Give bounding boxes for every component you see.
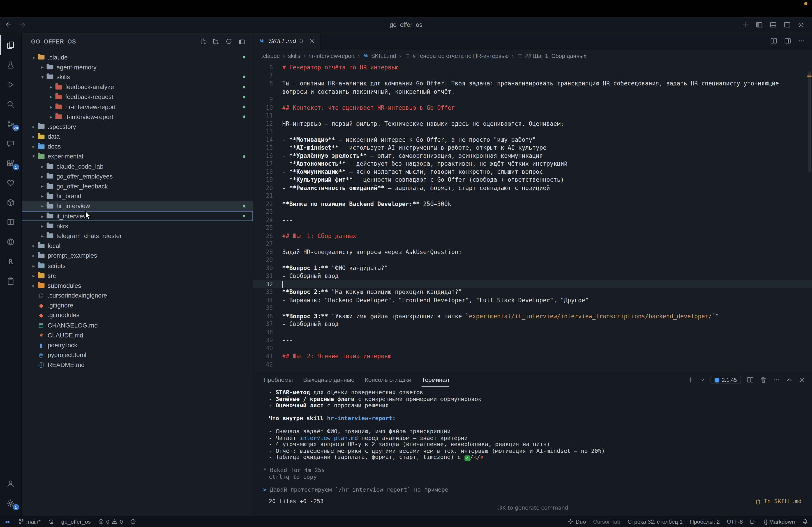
code-line-7[interactable]: 7: [253, 72, 812, 80]
activity-containers[interactable]: [0, 193, 21, 212]
tree-item-CLAUDE.md[interactable]: ∗CLAUDE.md: [21, 330, 252, 340]
chevron-up-icon[interactable]: [786, 376, 793, 383]
tree-item-claude_code_lab[interactable]: ▸claude_code_lab: [21, 161, 252, 171]
plus-icon[interactable]: [742, 21, 749, 28]
tree-item-go_offer_employees[interactable]: ▸go_offer_employees: [21, 171, 252, 181]
split-icon[interactable]: [770, 37, 777, 44]
code-line-14[interactable]: 14- **Мотивацию** — искренний интерес к …: [253, 136, 812, 144]
code-line-41[interactable]: 41## Шаг 2: Чтение плана интервью: [253, 352, 812, 361]
ellipsis-icon[interactable]: [773, 376, 780, 383]
tab-skill-md[interactable]: M↓ SKILL.md U: [253, 33, 321, 49]
activity-source-control[interactable]: 20: [0, 114, 21, 133]
code-line-30[interactable]: 30**Вопрос 1:** "ФИО кандидата?": [253, 264, 812, 272]
code-line-31[interactable]: 31- Свободный ввод: [253, 272, 812, 281]
code-line-6[interactable]: 6# Генератор отчёта по HR-интервью: [253, 63, 812, 72]
activity-clipboard[interactable]: [0, 271, 21, 291]
code-line-29[interactable]: 29: [253, 256, 812, 264]
tree-item-.cursorindexingignore[interactable]: ∅.cursorindexingignore: [21, 290, 252, 300]
tree-item-hr_brand[interactable]: ▸hr_brand: [21, 191, 252, 201]
status-problems[interactable]: 00: [94, 516, 126, 527]
breadcrumb-item[interactable]: hr-interview-report: [308, 52, 355, 59]
tree-item-go_offer_feedback[interactable]: ▸go_offer_feedback: [21, 181, 252, 191]
panel-tab-Выходные данные[interactable]: Выходные данные: [303, 373, 354, 387]
close-icon[interactable]: [798, 376, 806, 383]
status-cursor-position[interactable]: Строка 32, столбец 1: [624, 516, 686, 527]
code-line-17[interactable]: 17- **Автономность** — действует без над…: [253, 160, 812, 168]
activity-web[interactable]: [0, 232, 21, 252]
code-line-15[interactable]: 15- **AI-mindset** — использует AI-инстр…: [253, 144, 812, 152]
code-line-33[interactable]: 33**Вопрос 2:** "На какую позицию проход…: [253, 288, 812, 297]
status-branch[interactable]: main*: [14, 516, 44, 527]
tree-item-.gitmodules[interactable]: ◆.gitmodules: [21, 311, 252, 320]
status-sync[interactable]: [44, 516, 58, 527]
collapse-all-icon[interactable]: [238, 37, 245, 45]
tree-item-data[interactable]: ▸data: [21, 132, 252, 141]
code-line-23[interactable]: 23: [253, 208, 812, 216]
code-line-16[interactable]: 16- **Удалённую зрелость** — опыт, самоо…: [253, 152, 812, 160]
panel-tab-Консоль отладки[interactable]: Консоль отладки: [365, 373, 411, 387]
tree-item-.gitignore[interactable]: ◆.gitignore: [21, 300, 252, 311]
tree-item-local[interactable]: ▸local: [21, 241, 252, 251]
tree-item-telegram_chats_reester[interactable]: ▸telegram_chats_reester: [21, 231, 252, 241]
status-eol[interactable]: LF: [746, 516, 760, 527]
chevron-down-icon[interactable]: [699, 377, 705, 382]
activity-extensions[interactable]: 1: [0, 153, 21, 173]
tree-item-experimental[interactable]: ▾experimental: [21, 151, 252, 161]
code-line-38[interactable]: 38: [253, 328, 812, 336]
activity-explorer[interactable]: [0, 35, 21, 55]
plus-icon[interactable]: [686, 376, 694, 383]
tree-item-CHANGELOG.md[interactable]: ▤CHANGELOG.md: [21, 320, 252, 330]
tree-item-it-interview-report[interactable]: ▸it-interview-report: [21, 112, 252, 122]
code-line-27[interactable]: 27: [253, 240, 812, 248]
code-line-25[interactable]: 25: [253, 224, 812, 232]
status-notifications[interactable]: [798, 516, 812, 527]
code-line-39[interactable]: 39---: [253, 336, 812, 344]
code-line-19[interactable]: 19- **Культурный фит** — ценности совпад…: [253, 176, 812, 184]
code-line-37[interactable]: 37- Свободный ввод: [253, 320, 812, 328]
tree-item-hr_interview[interactable]: ▸hr_interview: [21, 201, 252, 211]
code-line-28[interactable]: 28Задай HR-специалисту вопросы через Ask…: [253, 248, 812, 256]
tree-item-feedback-analyze[interactable]: ▸feedback-analyze: [21, 82, 252, 92]
activity-testing[interactable]: [0, 55, 21, 74]
tree-item-poetry.lock[interactable]: ▮poetry.lock: [21, 340, 252, 350]
tree-item-.claude[interactable]: ▾.claude: [21, 52, 252, 62]
activity-settings[interactable]: 1: [0, 493, 21, 513]
status-workspace[interactable]: go_offer_os: [58, 516, 95, 527]
status-duo[interactable]: Duo: [564, 516, 589, 527]
panel-tab-Терминал[interactable]: Терминал: [422, 373, 449, 387]
tree-item-it_interview[interactable]: ▸it_interview: [21, 211, 252, 221]
activity-run-debug[interactable]: [0, 75, 21, 94]
tree-item-README.md[interactable]: ⓘREADME.md: [21, 360, 252, 370]
activity-search[interactable]: [0, 94, 21, 114]
layout-left-icon[interactable]: [756, 21, 763, 28]
tree-item-src[interactable]: ▸src: [21, 271, 252, 281]
tree-item-agent-memory[interactable]: ▸agent-memory: [21, 62, 252, 72]
layout-bottom-icon[interactable]: [770, 21, 777, 28]
code-line-22[interactable]: 22**Вилка по позиции Backend Developer:*…: [253, 200, 812, 208]
code-line-13[interactable]: 13: [253, 128, 812, 136]
terminal-profile[interactable]: 2.1.45: [710, 376, 741, 384]
new-folder-icon[interactable]: [212, 37, 219, 45]
activity-chat[interactable]: [0, 133, 21, 153]
tree-item-pyproject.toml[interactable]: ◓pyproject.toml: [21, 350, 252, 360]
code-line-9[interactable]: 9: [253, 96, 812, 104]
new-file-icon[interactable]: [199, 37, 207, 45]
activity-account[interactable]: [0, 473, 21, 493]
code-line-24[interactable]: 24---: [253, 216, 812, 224]
breadcrumb-item[interactable]: # Генератор отчёта по HR-интервью: [404, 52, 509, 59]
refresh-icon[interactable]: [225, 37, 233, 45]
layout-right-icon[interactable]: [784, 37, 791, 44]
tree-item-skills[interactable]: ▾skills: [21, 72, 252, 82]
ellipsis-icon[interactable]: [798, 37, 805, 44]
close-tab-icon[interactable]: [308, 37, 315, 44]
breadcrumb-item[interactable]: ## Шаг 1: Сбор данных: [517, 52, 586, 59]
split-icon[interactable]: [747, 376, 754, 383]
code-line-12[interactable]: 12HR-интервью — первый фильтр. Техническ…: [253, 120, 812, 128]
tree-item-prompt_examples[interactable]: ▸prompt_examples: [21, 251, 252, 261]
code-line-40[interactable]: 40: [253, 344, 812, 352]
code-line-11[interactable]: 11: [253, 112, 812, 120]
code-line-20[interactable]: 20- **Реалистичность ожиданий** — зарпла…: [253, 184, 812, 192]
activity-ray[interactable]: R: [0, 252, 21, 271]
status-indentation[interactable]: Пробелы: 2: [686, 516, 723, 527]
status-remote[interactable]: ><: [0, 516, 14, 527]
